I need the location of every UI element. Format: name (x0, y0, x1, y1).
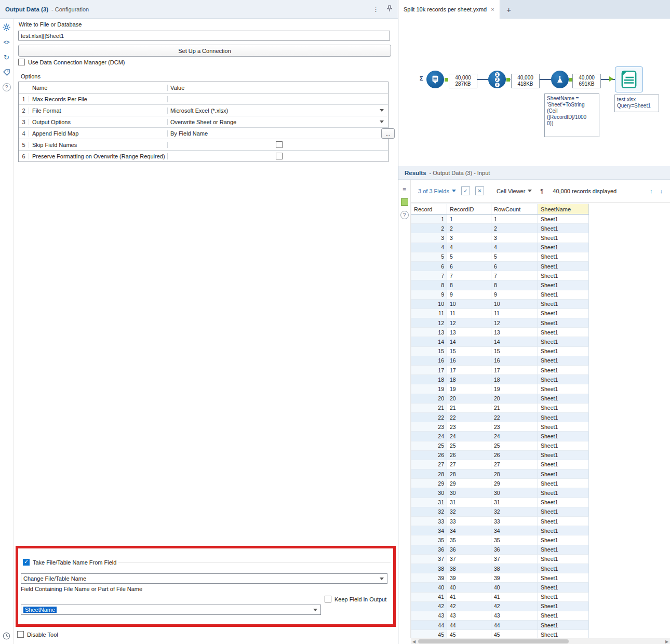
sheetname-cell[interactable]: Sheet1 (538, 224, 589, 233)
sheetname-cell[interactable]: Sheet1 (538, 413, 589, 422)
sheetname-cell[interactable]: Sheet1 (538, 318, 589, 328)
table-row[interactable]: 434343Sheet1 (411, 611, 589, 621)
recordid-cell[interactable]: 29 (447, 479, 491, 488)
record-cell[interactable]: 11 (411, 309, 447, 318)
record-cell[interactable]: 41 (411, 593, 447, 602)
rowcount-cell[interactable]: 4 (491, 243, 538, 252)
sheetname-cell[interactable]: Sheet1 (538, 280, 589, 290)
table-row[interactable]: 999Sheet1 (411, 290, 589, 300)
table-row[interactable]: 111111Sheet1 (411, 309, 589, 318)
recordid-cell[interactable]: 16 (447, 356, 491, 366)
record-cell[interactable]: 18 (411, 375, 447, 384)
rowcount-cell[interactable]: 8 (491, 280, 538, 290)
record-cell[interactable]: 24 (411, 432, 447, 441)
scroll-right-arrow[interactable]: ▶ (664, 638, 670, 644)
sheetname-cell[interactable]: Sheet1 (538, 347, 589, 356)
table-row[interactable]: 151515Sheet1 (411, 347, 589, 356)
recordid-cell[interactable]: 37 (447, 555, 491, 564)
disable-tool-checkbox[interactable] (17, 631, 24, 638)
recordid-cell[interactable]: 39 (447, 573, 491, 583)
data-anchor-icon[interactable] (401, 198, 408, 206)
recordid-cell[interactable]: 34 (447, 526, 491, 535)
sheetname-cell[interactable]: Sheet1 (538, 621, 589, 630)
rowcount-cell[interactable]: 33 (491, 517, 538, 526)
table-row[interactable]: 353535Sheet1 (411, 535, 589, 545)
record-cell[interactable]: 9 (411, 290, 447, 300)
record-cell[interactable]: 29 (411, 479, 447, 488)
rowcount-cell[interactable]: 40 (491, 583, 538, 592)
rowcount-cell[interactable]: 9 (491, 290, 538, 300)
sheetname-cell[interactable]: Sheet1 (538, 214, 589, 224)
close-tab-icon[interactable]: × (491, 6, 494, 12)
table-row[interactable]: 444Sheet1 (411, 243, 589, 252)
sheetname-cell[interactable]: Sheet1 (538, 535, 589, 545)
output-options-dropdown[interactable]: Overwrite Sheet or Range (168, 116, 388, 127)
list-icon[interactable]: ≡ (403, 186, 406, 193)
table-row[interactable]: 242424Sheet1 (411, 432, 589, 441)
sheetname-cell[interactable]: Sheet1 (538, 451, 589, 460)
sheetname-cell[interactable]: Sheet1 (538, 384, 589, 394)
rowcount-cell[interactable]: 20 (491, 394, 538, 404)
clock-icon[interactable] (3, 632, 10, 641)
table-row[interactable]: 121212Sheet1 (411, 318, 589, 328)
record-cell[interactable]: 27 (411, 460, 447, 469)
sheetname-cell[interactable]: Sheet1 (538, 262, 589, 271)
setup-connection-button[interactable]: Set Up a Connection (18, 45, 391, 57)
record-cell[interactable]: 33 (411, 517, 447, 526)
formula-tool[interactable] (551, 71, 569, 88)
col-rowcount[interactable]: RowCount (491, 204, 538, 214)
gear-icon[interactable] (3, 23, 11, 31)
table-row[interactable]: 171717Sheet1 (411, 366, 589, 375)
rowcount-cell[interactable]: 6 (491, 262, 538, 271)
option-row-skip-field-names[interactable]: 5 Skip Field Names (19, 139, 388, 151)
kebab-menu-icon[interactable]: ⋮ (372, 5, 379, 13)
sheetname-cell[interactable]: Sheet1 (538, 243, 589, 252)
recordid-cell[interactable]: 33 (447, 517, 491, 526)
sheetname-cell[interactable]: Sheet1 (538, 573, 589, 583)
col-recordid[interactable]: RecordID (447, 204, 491, 214)
recordid-cell[interactable]: 1 (447, 214, 491, 224)
input-data-tool[interactable] (426, 71, 444, 88)
recordid-cell[interactable]: 36 (447, 545, 491, 555)
recordid-cell[interactable]: 21 (447, 404, 491, 413)
record-cell[interactable]: 28 (411, 469, 447, 479)
refresh-icon[interactable]: ↻ (3, 53, 11, 61)
record-cell[interactable]: 6 (411, 262, 447, 271)
table-row[interactable]: 232323Sheet1 (411, 422, 589, 432)
sheetname-cell[interactable]: Sheet1 (538, 441, 589, 451)
table-row[interactable]: 252525Sheet1 (411, 441, 589, 451)
recordid-cell[interactable]: 43 (447, 611, 491, 621)
file-format-dropdown[interactable]: Microsoft Excel (*.xlsx) (168, 105, 388, 116)
sheetname-cell[interactable]: Sheet1 (538, 479, 589, 488)
table-row[interactable]: 888Sheet1 (411, 280, 589, 290)
rowcount-cell[interactable]: 3 (491, 233, 538, 243)
rowcount-cell[interactable]: 19 (491, 384, 538, 394)
fields-dropdown[interactable]: 3 of 3 Fields (418, 188, 456, 194)
sheetname-cell[interactable]: Sheet1 (538, 469, 589, 479)
table-row[interactable]: 202020Sheet1 (411, 394, 589, 404)
sheetname-cell[interactable]: Sheet1 (538, 309, 589, 318)
output-anchor[interactable] (506, 77, 511, 82)
record-cell[interactable]: 14 (411, 337, 447, 346)
sheetname-cell[interactable]: Sheet1 (538, 394, 589, 404)
table-row[interactable]: 424242Sheet1 (411, 602, 589, 611)
help-icon[interactable]: ? (400, 211, 409, 219)
record-cell[interactable]: 43 (411, 611, 447, 621)
keep-field-checkbox[interactable] (325, 596, 331, 602)
table-row[interactable]: 262626Sheet1 (411, 451, 589, 460)
sheetname-cell[interactable]: Sheet1 (538, 422, 589, 432)
field-name-combo[interactable]: SheetName (21, 605, 321, 615)
cell-viewer-dropdown[interactable]: Cell Viewer (497, 188, 532, 194)
append-field-map-value[interactable]: By Field Name ... (168, 128, 388, 139)
rowcount-cell[interactable]: 1 (491, 214, 538, 224)
record-cell[interactable]: 3 (411, 233, 447, 243)
scroll-left-arrow[interactable]: ◀ (411, 638, 417, 644)
workflow-canvas[interactable]: Σ 40,000 287KB 1 2 3 40,000 418KB 40,000… (398, 19, 670, 167)
recordid-cell[interactable]: 41 (447, 593, 491, 602)
recordid-cell[interactable]: 18 (447, 375, 491, 384)
recordid-cell[interactable]: 3 (447, 233, 491, 243)
recordid-cell[interactable]: 10 (447, 300, 491, 309)
table-row[interactable]: 161616Sheet1 (411, 356, 589, 366)
recordid-cell[interactable]: 8 (447, 280, 491, 290)
workflow-tab[interactable]: Split 10k records per sheet.yxmd × (398, 0, 500, 19)
